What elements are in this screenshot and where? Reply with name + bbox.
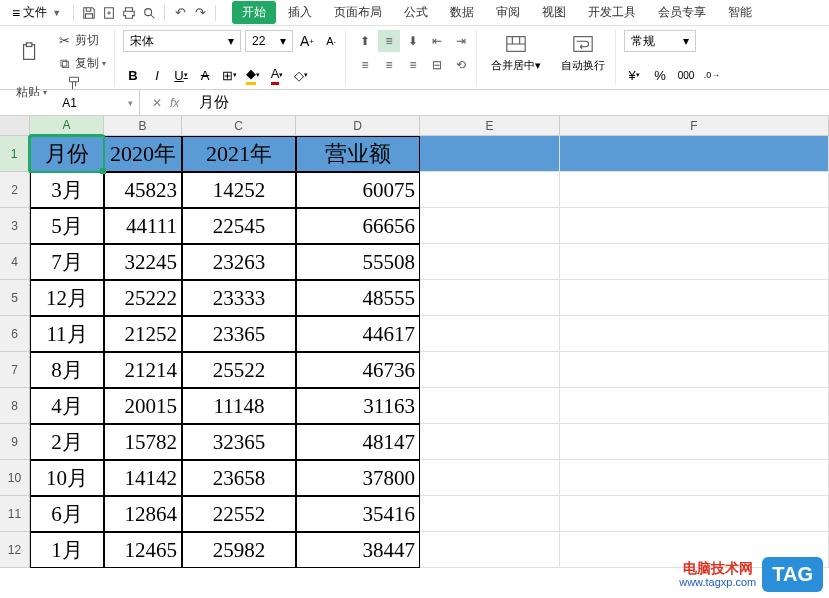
tab-insert[interactable]: 插入 [278,1,322,24]
row-header[interactable]: 3 [0,208,30,244]
col-header-E[interactable]: E [420,116,560,136]
underline-button[interactable]: U▾ [171,65,191,85]
cell[interactable]: 11148 [182,388,296,424]
cell[interactable]: 22545 [182,208,296,244]
tab-page-layout[interactable]: 页面布局 [324,1,392,24]
cell[interactable]: 60075 [296,172,420,208]
copy-button[interactable]: ⧉复制▾ [52,53,110,74]
cell[interactable]: 14252 [182,172,296,208]
strikethrough-button[interactable]: A [195,65,215,85]
cell[interactable]: 37800 [296,460,420,496]
cell[interactable]: 23365 [182,316,296,352]
cell[interactable]: 25222 [104,280,182,316]
cell[interactable]: 1月 [30,532,104,568]
cell[interactable] [560,172,829,208]
border-button[interactable]: ⊞▾ [219,65,239,85]
tab-view[interactable]: 视图 [532,1,576,24]
cell[interactable]: 2021年 [182,136,296,172]
increase-indent-button[interactable]: ⇥ [450,30,472,52]
name-box[interactable]: ▾ [0,90,140,115]
align-right-button[interactable]: ≡ [402,54,424,76]
file-menu[interactable]: 文件 ▼ [6,4,67,21]
output-icon[interactable] [100,4,118,22]
tab-dev-tools[interactable]: 开发工具 [578,1,646,24]
cell[interactable]: 35416 [296,496,420,532]
currency-button[interactable]: ¥▾ [624,65,644,85]
row-header[interactable]: 4 [0,244,30,280]
cell[interactable]: 55508 [296,244,420,280]
percent-button[interactable]: % [650,65,670,85]
cell[interactable] [560,352,829,388]
cell[interactable]: 月份 [30,136,104,172]
cell[interactable] [420,280,560,316]
cell[interactable] [420,532,560,568]
col-header-C[interactable]: C [182,116,296,136]
bold-button[interactable]: B [123,65,143,85]
cell[interactable] [420,244,560,280]
cell[interactable]: 20015 [104,388,182,424]
cell[interactable]: 12864 [104,496,182,532]
font-name-select[interactable]: 宋体▾ [123,30,241,52]
redo-icon[interactable]: ↷ [191,4,209,22]
save-icon[interactable] [80,4,98,22]
fx-icon[interactable]: fx [170,96,179,110]
cell[interactable] [420,136,560,172]
cut-button[interactable]: ✂剪切 [52,30,110,51]
cell[interactable] [560,136,829,172]
cell[interactable]: 46736 [296,352,420,388]
cell[interactable]: 11月 [30,316,104,352]
cell[interactable]: 21214 [104,352,182,388]
align-middle-button[interactable]: ≡ [378,30,400,52]
cell[interactable]: 48555 [296,280,420,316]
decrease-font-button[interactable]: A- [321,31,341,51]
tab-start[interactable]: 开始 [232,1,276,24]
cell[interactable] [420,388,560,424]
cell[interactable]: 38447 [296,532,420,568]
col-header-B[interactable]: B [104,116,182,136]
cell[interactable] [420,424,560,460]
align-top-button[interactable]: ⬆ [354,30,376,52]
row-header[interactable]: 2 [0,172,30,208]
cell[interactable]: 44111 [104,208,182,244]
cell[interactable]: 15782 [104,424,182,460]
cell[interactable]: 7月 [30,244,104,280]
cell[interactable]: 12465 [104,532,182,568]
cell[interactable]: 6月 [30,496,104,532]
cell[interactable]: 45823 [104,172,182,208]
cell[interactable]: 8月 [30,352,104,388]
row-header[interactable]: 7 [0,352,30,388]
align-bottom-button[interactable]: ⬇ [402,30,424,52]
row-header[interactable]: 12 [0,532,30,568]
cell[interactable] [560,388,829,424]
cell[interactable]: 31163 [296,388,420,424]
cancel-icon[interactable]: ✕ [152,96,162,110]
select-all-corner[interactable] [0,116,30,136]
cell[interactable]: 66656 [296,208,420,244]
cell[interactable]: 10月 [30,460,104,496]
col-header-A[interactable]: A [30,116,104,136]
cell[interactable]: 32365 [182,424,296,460]
cell[interactable] [420,172,560,208]
cell[interactable] [420,496,560,532]
formula-input[interactable]: 月份 [191,93,829,112]
cell[interactable]: 25982 [182,532,296,568]
number-format-select[interactable]: 常规▾ [624,30,696,52]
paste-button[interactable] [12,38,48,66]
italic-button[interactable]: I [147,65,167,85]
cell[interactable]: 32245 [104,244,182,280]
comma-button[interactable]: 000 [676,65,696,85]
cell[interactable]: 23658 [182,460,296,496]
preview-icon[interactable] [140,4,158,22]
cell[interactable]: 2020年 [104,136,182,172]
orientation-button[interactable]: ⟲ [450,54,472,76]
tab-review[interactable]: 审阅 [486,1,530,24]
tab-data[interactable]: 数据 [440,1,484,24]
tab-member[interactable]: 会员专享 [648,1,716,24]
name-box-input[interactable] [30,96,110,110]
cell[interactable]: 48147 [296,424,420,460]
cell[interactable] [560,316,829,352]
print-icon[interactable] [120,4,138,22]
cell[interactable] [420,316,560,352]
font-color-button[interactable]: A▾ [267,65,287,85]
font-size-select[interactable]: 22▾ [245,30,293,52]
